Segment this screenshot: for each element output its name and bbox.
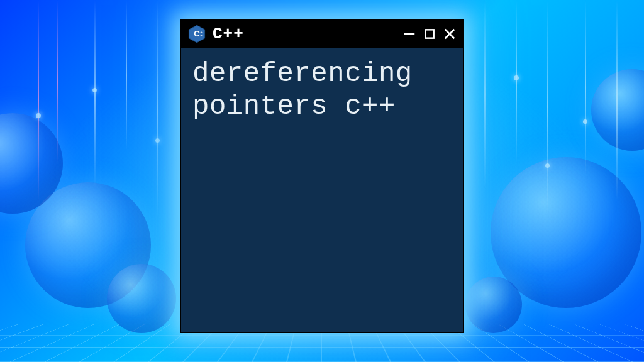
cpp-hexagon-icon: C + + xyxy=(187,25,206,43)
circuit-node xyxy=(155,138,160,143)
circuit-line xyxy=(484,0,486,189)
circuit-node xyxy=(514,75,519,80)
window-controls xyxy=(402,27,457,41)
circuit-node xyxy=(36,113,41,118)
titlebar[interactable]: C + + C++ xyxy=(181,20,463,48)
circuit-node xyxy=(545,163,550,168)
maximize-button[interactable] xyxy=(423,27,436,41)
circuit-node xyxy=(92,88,97,92)
circuit-line xyxy=(547,0,548,214)
minimize-button[interactable] xyxy=(402,27,416,41)
circuit-line xyxy=(585,0,586,176)
close-button[interactable] xyxy=(443,27,457,41)
window-title: C++ xyxy=(213,25,396,43)
terminal-text-line: pointers c++ xyxy=(192,90,396,122)
circuit-line xyxy=(57,0,58,163)
sphere-decor xyxy=(465,277,522,333)
svg-rect-5 xyxy=(425,30,433,38)
svg-text:+: + xyxy=(201,33,203,37)
circuit-line xyxy=(516,0,517,163)
terminal-text-line: dereferencing xyxy=(192,58,413,89)
circuit-node xyxy=(583,119,587,124)
circuit-line xyxy=(157,0,158,220)
terminal-window: C + + C++ dereferencing pointers c++ xyxy=(180,19,464,333)
circuit-line xyxy=(94,0,96,189)
sphere-decor xyxy=(591,69,644,151)
circuit-line xyxy=(616,0,618,201)
svg-text:C: C xyxy=(194,29,200,38)
sphere-decor xyxy=(107,264,176,333)
terminal-body[interactable]: dereferencing pointers c++ xyxy=(181,48,463,332)
circuit-line xyxy=(126,0,127,151)
circuit-line xyxy=(38,0,39,201)
